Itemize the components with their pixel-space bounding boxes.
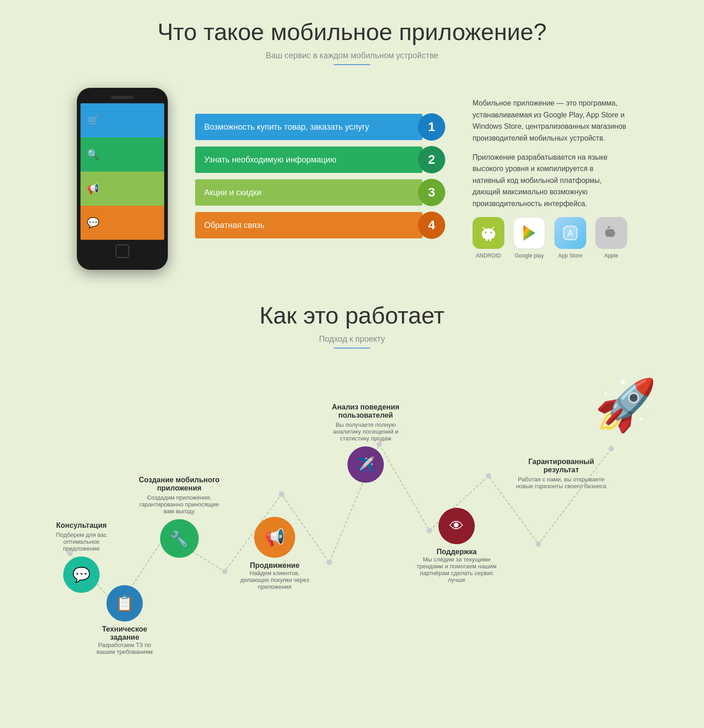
section1-body: 🛒 🔍 📢 💬 Возможность купить товар, заказа… xyxy=(0,74,704,283)
svg-rect-2 xyxy=(492,234,494,238)
menu-item-4: Обратная связь 4 xyxy=(195,212,445,239)
rocket-icon: 🚀 xyxy=(594,376,657,435)
node-tz: 📋 Техническое задание Разработаем ТЗ по … xyxy=(88,585,161,655)
main-subtitle: Ваш сервис в каждом мобильном устройстве xyxy=(9,51,695,61)
google-play-icon xyxy=(513,217,545,249)
svg-point-22 xyxy=(608,446,614,451)
menu-bar-4: Обратная связь xyxy=(195,212,422,238)
node-result: Гарантированный результат Работая с нами… xyxy=(516,458,607,490)
node2-circle: 📋 xyxy=(106,585,143,622)
node3-desc: Создадим приложения, гарантированно прин… xyxy=(140,494,219,515)
phone-row-3: 📢 xyxy=(80,172,164,206)
store-google-play: Google play xyxy=(513,217,545,260)
menu-text-4: Обратная связь xyxy=(204,221,265,230)
node6-circle: 👁 xyxy=(438,508,475,544)
node3-circle: 🔧 xyxy=(160,519,199,558)
svg-rect-3 xyxy=(486,238,488,241)
menu-text-2: Узнать необходимую информацию xyxy=(204,155,337,165)
workflow-diagram: Консультация Подберем для вас оптимально… xyxy=(34,367,670,662)
header-divider xyxy=(334,64,370,65)
menu-item-3: Акции и скидки 3 xyxy=(195,179,445,206)
phone-screen: 🛒 🔍 📢 💬 xyxy=(80,103,164,240)
menu-number-4: 4 xyxy=(418,212,445,239)
apple-icon xyxy=(595,217,627,249)
phone-row-4: 💬 xyxy=(80,206,164,240)
section2: Как это работает Подход к проекту Консул… xyxy=(0,283,704,672)
node6-desc: Мы следим за текущими трендами и помогае… xyxy=(417,556,497,583)
phone-row-1: 🛒 xyxy=(80,103,164,137)
phone-icon-feedback: 💬 xyxy=(80,206,106,240)
node2-title: Техническое задание xyxy=(102,625,147,641)
store-android: ANDROID xyxy=(473,217,504,260)
phone-body: 🛒 🔍 📢 💬 xyxy=(77,88,168,270)
description-p1: Мобильное приложение — это программа, ус… xyxy=(473,97,627,144)
svg-point-16 xyxy=(279,491,284,497)
node1-desc: Подберем для вас оптимальное предложение xyxy=(56,531,107,552)
svg-point-17 xyxy=(327,560,332,565)
node-support: 👁 Поддержка Мы следим за текущими тренда… xyxy=(416,508,498,583)
svg-rect-1 xyxy=(483,234,485,238)
phone-icon-search: 🔍 xyxy=(80,137,106,172)
svg-point-20 xyxy=(486,473,491,479)
menu-item-1: Возможность купить товар, заказать услуг… xyxy=(195,113,445,141)
store-app-store: A App Store xyxy=(554,217,586,260)
phone-icon-megaphone: 📢 xyxy=(80,172,106,206)
right-description: Мобильное приложение — это программа, ус… xyxy=(473,97,627,260)
phone-icon-cart: 🛒 xyxy=(80,103,106,137)
node4-title: Продвижение xyxy=(250,561,299,569)
android-label: ANDROID xyxy=(476,252,501,260)
phone-row-2: 🔍 xyxy=(80,137,164,172)
app-store-icon: A xyxy=(554,217,586,249)
node7-desc: Работая с нами, вы открываете новые гори… xyxy=(516,476,607,490)
menu-bar-1: Возможность купить товар, заказать услуг… xyxy=(195,114,422,140)
node3-title: Создание мобильного приложения xyxy=(139,476,220,492)
store-icons: ANDROID xyxy=(473,217,627,260)
apple-label: Apple xyxy=(604,252,619,260)
store-apple: Apple xyxy=(595,217,627,260)
svg-text:A: A xyxy=(568,229,573,238)
node7-title: Гарантированный результат xyxy=(528,458,594,474)
android-icon xyxy=(473,217,504,249)
node5-desc: Вы получаете полную аналитику посещений … xyxy=(333,421,398,442)
menu-bar-3: Акции и скидки xyxy=(195,179,422,206)
node2-desc: Разработаем ТЗ по вашим требованиям xyxy=(96,642,153,655)
node6-title: Поддержка xyxy=(437,548,477,556)
node-konsultaciya: Консультация Подберем для вас оптимально… xyxy=(47,521,116,593)
svg-line-8 xyxy=(492,227,494,229)
menu-items-list: Возможность купить товар, заказать услуг… xyxy=(195,113,445,244)
main-title: Что такое мобильное приложение? xyxy=(9,18,695,46)
svg-line-7 xyxy=(483,227,485,229)
menu-text-3: Акции и скидки xyxy=(204,188,261,197)
description-p2: Приложение разрабатывается на языке высо… xyxy=(473,152,627,210)
node4-circle: 📢 xyxy=(254,517,295,558)
svg-point-5 xyxy=(485,232,487,233)
svg-marker-9 xyxy=(523,225,535,241)
section2-divider xyxy=(334,348,370,349)
section1-header: Что такое мобильное приложение? Ваш серв… xyxy=(0,0,704,74)
node-promotion: 📢 Продвижение Найдем клиентов, делающих … xyxy=(238,517,311,590)
svg-point-21 xyxy=(536,541,541,547)
node1-title: Консультация xyxy=(56,521,106,529)
menu-item-2: Узнать необходимую информацию 2 xyxy=(195,146,445,173)
section2-title: Как это работает xyxy=(9,302,695,329)
section2-subtitle: Подход к проекту xyxy=(9,334,695,344)
phone-home-button xyxy=(116,244,129,258)
phone-mockup: 🛒 🔍 📢 💬 xyxy=(77,88,168,270)
menu-number-1: 1 xyxy=(418,113,445,141)
svg-point-15 xyxy=(222,569,227,574)
node-analytics: Анализ поведения пользователей Вы получа… xyxy=(325,403,407,483)
phone-speaker xyxy=(111,96,134,99)
menu-text-1: Возможность купить товар, заказать услуг… xyxy=(204,122,369,132)
menu-number-3: 3 xyxy=(418,179,445,206)
node5-title: Анализ поведения пользователей xyxy=(332,403,399,419)
node-creation: Создание мобильного приложения Создадим … xyxy=(138,476,220,558)
menu-number-2: 2 xyxy=(418,146,445,173)
node5-circle: ✈️ xyxy=(347,446,384,483)
google-play-label: Google play xyxy=(515,252,544,260)
svg-rect-4 xyxy=(489,238,491,241)
app-store-label: App Store xyxy=(558,252,582,260)
menu-bar-2: Узнать необходимую информацию xyxy=(195,147,422,173)
node4-desc: Найдем клиентов, делающих покупки через … xyxy=(240,570,309,590)
svg-point-6 xyxy=(490,232,492,233)
